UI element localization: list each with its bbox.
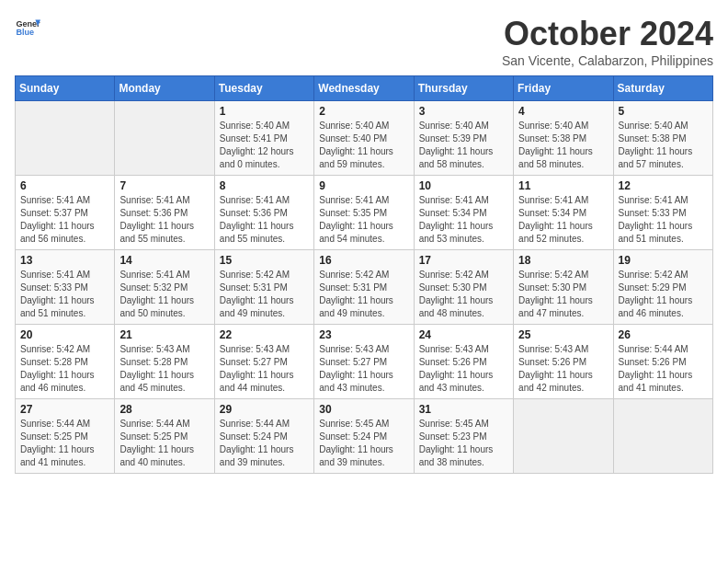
calendar-cell: 14Sunrise: 5:41 AM Sunset: 5:32 PM Dayli… [115,250,214,325]
calendar-cell: 27Sunrise: 5:44 AM Sunset: 5:25 PM Dayli… [16,399,115,474]
calendar-cell: 6Sunrise: 5:41 AM Sunset: 5:37 PM Daylig… [16,176,115,250]
calendar-cell: 9Sunrise: 5:41 AM Sunset: 5:35 PM Daylig… [314,176,414,250]
calendar-cell: 12Sunrise: 5:41 AM Sunset: 5:33 PM Dayli… [613,176,712,250]
calendar-cell: 11Sunrise: 5:41 AM Sunset: 5:34 PM Dayli… [514,176,613,250]
calendar-cell: 8Sunrise: 5:41 AM Sunset: 5:36 PM Daylig… [214,176,313,250]
calendar-cell [115,101,214,176]
calendar-cell: 17Sunrise: 5:42 AM Sunset: 5:30 PM Dayli… [414,250,513,325]
calendar-cell: 2Sunrise: 5:40 AM Sunset: 5:40 PM Daylig… [314,101,414,176]
calendar-cell: 1Sunrise: 5:40 AM Sunset: 5:41 PM Daylig… [214,101,313,176]
day-detail: Sunrise: 5:42 AM Sunset: 5:30 PM Dayligh… [518,269,608,320]
calendar-cell: 7Sunrise: 5:41 AM Sunset: 5:36 PM Daylig… [115,176,214,250]
svg-text:Blue: Blue [16,28,34,37]
day-detail: Sunrise: 5:45 AM Sunset: 5:24 PM Dayligh… [319,418,408,469]
day-detail: Sunrise: 5:40 AM Sunset: 5:40 PM Dayligh… [319,120,408,171]
day-detail: Sunrise: 5:42 AM Sunset: 5:31 PM Dayligh… [319,269,408,320]
calendar-cell: 24Sunrise: 5:43 AM Sunset: 5:26 PM Dayli… [414,325,513,399]
day-number: 27 [20,403,109,416]
day-number: 24 [419,328,508,341]
calendar-week-row: 13Sunrise: 5:41 AM Sunset: 5:33 PM Dayli… [16,250,713,325]
calendar-cell [514,399,613,474]
day-detail: Sunrise: 5:41 AM Sunset: 5:35 PM Dayligh… [319,194,408,246]
calendar-week-row: 27Sunrise: 5:44 AM Sunset: 5:25 PM Dayli… [16,399,713,474]
location-subtitle: San Vicente, Calabarzon, Philippines [502,53,713,68]
calendar-cell: 22Sunrise: 5:43 AM Sunset: 5:27 PM Dayli… [214,325,313,399]
day-number: 19 [619,254,708,267]
day-detail: Sunrise: 5:43 AM Sunset: 5:26 PM Dayligh… [419,343,508,395]
day-number: 7 [119,179,209,192]
day-detail: Sunrise: 5:43 AM Sunset: 5:26 PM Dayligh… [518,343,608,395]
day-number: 18 [518,254,608,267]
day-detail: Sunrise: 5:42 AM Sunset: 5:31 PM Dayligh… [220,269,309,320]
day-number: 5 [619,105,708,118]
weekday-header: Thursday [414,76,513,101]
calendar-cell: 18Sunrise: 5:42 AM Sunset: 5:30 PM Dayli… [514,250,613,325]
weekday-header: Wednesday [314,76,414,101]
weekday-header: Saturday [613,76,712,101]
title-area: October 2024 San Vicente, Calabarzon, Ph… [502,15,713,68]
day-detail: Sunrise: 5:41 AM Sunset: 5:33 PM Dayligh… [20,269,109,320]
month-title: October 2024 [502,15,713,53]
day-detail: Sunrise: 5:40 AM Sunset: 5:38 PM Dayligh… [518,120,608,171]
day-number: 3 [419,105,508,118]
day-number: 8 [220,179,309,192]
calendar-cell: 28Sunrise: 5:44 AM Sunset: 5:25 PM Dayli… [115,399,214,474]
day-detail: Sunrise: 5:41 AM Sunset: 5:34 PM Dayligh… [419,194,508,246]
day-detail: Sunrise: 5:41 AM Sunset: 5:36 PM Dayligh… [119,194,209,246]
calendar-cell: 10Sunrise: 5:41 AM Sunset: 5:34 PM Dayli… [414,176,513,250]
calendar-cell: 20Sunrise: 5:42 AM Sunset: 5:28 PM Dayli… [16,325,115,399]
day-detail: Sunrise: 5:44 AM Sunset: 5:26 PM Dayligh… [619,343,708,395]
day-detail: Sunrise: 5:41 AM Sunset: 5:32 PM Dayligh… [119,269,209,320]
day-detail: Sunrise: 5:45 AM Sunset: 5:23 PM Dayligh… [419,418,508,469]
day-number: 28 [119,403,209,416]
weekday-header: Tuesday [214,76,313,101]
calendar-cell: 13Sunrise: 5:41 AM Sunset: 5:33 PM Dayli… [16,250,115,325]
day-number: 16 [319,254,408,267]
calendar-table: SundayMondayTuesdayWednesdayThursdayFrid… [15,75,713,474]
day-number: 12 [619,179,708,192]
day-detail: Sunrise: 5:43 AM Sunset: 5:28 PM Dayligh… [119,343,209,395]
weekday-header-row: SundayMondayTuesdayWednesdayThursdayFrid… [16,76,713,101]
day-number: 23 [319,328,408,341]
calendar-cell: 30Sunrise: 5:45 AM Sunset: 5:24 PM Dayli… [314,399,414,474]
day-detail: Sunrise: 5:44 AM Sunset: 5:25 PM Dayligh… [119,418,209,469]
calendar-cell: 4Sunrise: 5:40 AM Sunset: 5:38 PM Daylig… [514,101,613,176]
day-number: 25 [518,328,608,341]
calendar-week-row: 1Sunrise: 5:40 AM Sunset: 5:41 PM Daylig… [16,101,713,176]
day-number: 31 [419,403,508,416]
day-number: 2 [319,105,408,118]
day-detail: Sunrise: 5:41 AM Sunset: 5:37 PM Dayligh… [20,194,109,246]
calendar-week-row: 20Sunrise: 5:42 AM Sunset: 5:28 PM Dayli… [16,325,713,399]
calendar-cell [613,399,712,474]
day-number: 6 [20,179,109,192]
calendar-cell: 21Sunrise: 5:43 AM Sunset: 5:28 PM Dayli… [115,325,214,399]
day-number: 17 [419,254,508,267]
calendar-cell: 15Sunrise: 5:42 AM Sunset: 5:31 PM Dayli… [214,250,313,325]
day-detail: Sunrise: 5:44 AM Sunset: 5:25 PM Dayligh… [20,418,109,469]
day-number: 26 [619,328,708,341]
day-number: 10 [419,179,508,192]
weekday-header: Monday [115,76,214,101]
day-detail: Sunrise: 5:40 AM Sunset: 5:41 PM Dayligh… [220,120,309,171]
day-number: 9 [319,179,408,192]
calendar-cell: 29Sunrise: 5:44 AM Sunset: 5:24 PM Dayli… [214,399,313,474]
day-number: 22 [220,328,309,341]
calendar-week-row: 6Sunrise: 5:41 AM Sunset: 5:37 PM Daylig… [16,176,713,250]
day-number: 13 [20,254,109,267]
calendar-cell: 5Sunrise: 5:40 AM Sunset: 5:38 PM Daylig… [613,101,712,176]
calendar-cell: 25Sunrise: 5:43 AM Sunset: 5:26 PM Dayli… [514,325,613,399]
day-detail: Sunrise: 5:42 AM Sunset: 5:28 PM Dayligh… [20,343,109,395]
calendar-cell: 16Sunrise: 5:42 AM Sunset: 5:31 PM Dayli… [314,250,414,325]
header: General Blue October 2024 San Vicente, C… [15,15,713,68]
day-number: 29 [220,403,309,416]
calendar-cell: 31Sunrise: 5:45 AM Sunset: 5:23 PM Dayli… [414,399,513,474]
day-detail: Sunrise: 5:43 AM Sunset: 5:27 PM Dayligh… [319,343,408,395]
day-detail: Sunrise: 5:40 AM Sunset: 5:38 PM Dayligh… [619,120,708,171]
day-number: 11 [518,179,608,192]
calendar-cell: 19Sunrise: 5:42 AM Sunset: 5:29 PM Dayli… [613,250,712,325]
day-detail: Sunrise: 5:40 AM Sunset: 5:39 PM Dayligh… [419,120,508,171]
logo: General Blue [15,15,40,40]
day-number: 1 [220,105,309,118]
day-detail: Sunrise: 5:42 AM Sunset: 5:29 PM Dayligh… [619,269,708,320]
day-detail: Sunrise: 5:44 AM Sunset: 5:24 PM Dayligh… [220,418,309,469]
